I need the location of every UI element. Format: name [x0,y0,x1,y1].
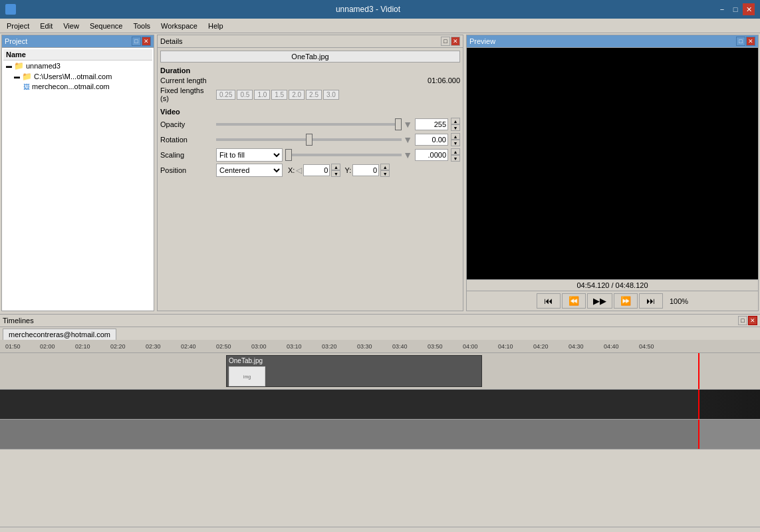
y-spin-down[interactable]: ▼ [380,170,390,177]
preview-panel-title: Preview [469,37,495,45]
ruler-mark-16: 04:30 [569,343,584,350]
details-panel-title: Details [160,37,183,45]
project-panel-header: Project □ ✕ [2,35,154,48]
fixed-len-10[interactable]: 1.0 [254,90,270,100]
x-label: X: [288,166,295,174]
scaling-value[interactable] [415,149,448,161]
rotation-spin-up[interactable]: ▲ [451,133,460,140]
fixed-len-30[interactable]: 3.0 [323,90,339,100]
rotation-label: Rotation [160,136,213,144]
menu-project[interactable]: Project [1,21,35,31]
opacity-value[interactable] [415,118,448,130]
timeline-tabs: merchecontreras@hotmail.com [0,327,760,340]
timelines-header: Timelines □ ✕ [0,315,760,327]
tree-item-root[interactable]: ▬ 📁 unnamed3 [3,61,152,71]
scaling-label: Scaling [160,151,213,159]
project-panel-close[interactable]: ✕ [142,37,151,46]
x-value[interactable] [303,164,330,176]
opacity-slider[interactable] [216,123,402,126]
tree-folder-label: C:\Users\M...otmail.com [34,72,112,80]
audio-track-2 [0,420,760,450]
details-panel-restore[interactable]: □ [441,37,450,46]
ruler-mark-2: 02:10 [75,343,90,350]
fixed-lengths-buttons: 0.25 0.5 1.0 1.5 2.0 2.5 3.0 [216,90,339,100]
playhead-audio2 [698,420,699,449]
menu-bar: Project Edit View Sequence Tools Workspa… [0,19,760,33]
playhead [698,353,699,389]
rotation-spin-down[interactable]: ▼ [451,140,460,146]
details-content: OneTab.jpg Duration Current length 01:06… [158,48,463,311]
current-length-value: 01:06.000 [428,76,460,84]
menu-sequence[interactable]: Sequence [84,21,128,31]
fixed-len-20[interactable]: 2.0 [289,90,305,100]
file-icon: 🖼 [23,83,30,90]
minimize-button[interactable]: − [716,3,728,15]
opacity-spin-up[interactable]: ▲ [451,118,460,124]
project-panel-restore[interactable]: □ [132,37,141,46]
menu-edit[interactable]: Edit [35,21,58,31]
position-label: Position [160,166,213,174]
rotation-thumb: ▼ [403,134,412,145]
clip-onetab[interactable]: OneTab.jpg img [226,355,482,387]
ruler-mark-6: 02:50 [216,343,231,350]
timelines-title: Timelines [3,317,34,325]
play-button[interactable]: ▶▶ [587,293,612,309]
x-spin-down[interactable]: ▼ [331,170,340,177]
preview-controls: ⏮ ⏪ ▶▶ ⏩ ⏭ 100% [467,291,758,311]
tree-item-folder[interactable]: ▬ 📁 C:\Users\M...otmail.com [3,71,152,82]
menu-view[interactable]: View [58,21,84,31]
scaling-spin-down[interactable]: ▼ [451,155,460,162]
details-panel-header: Details □ ✕ [158,35,463,48]
fixed-len-05[interactable]: 0.5 [237,90,253,100]
ruler-mark-12: 03:50 [428,343,443,350]
y-spin-up[interactable]: ▲ [380,164,390,170]
fixed-len-15[interactable]: 1.5 [271,90,287,100]
menu-help[interactable]: Help [203,21,229,31]
ruler-mark-9: 03:20 [322,343,337,350]
y-value[interactable] [352,164,379,176]
y-label: Y: [344,166,351,174]
tree-item-file[interactable]: 🖼 merchecon...otmail.com [3,82,152,91]
timeline-tab-main[interactable]: merchecontreras@hotmail.com [3,329,116,340]
duration-section: Duration [160,66,460,74]
ruler-mark-10: 03:30 [357,343,372,350]
position-dropdown[interactable]: Centered Custom [216,164,283,177]
skip-start-button[interactable]: ⏮ [537,293,561,309]
preview-panel-close[interactable]: ✕ [746,37,755,46]
x-spin-up[interactable]: ▲ [331,164,340,170]
next-frame-button[interactable]: ⏩ [614,293,638,309]
details-panel-close[interactable]: ✕ [451,37,460,46]
playhead-audio1 [698,390,699,419]
fixed-len-025[interactable]: 0.25 [216,90,235,100]
maximize-button[interactable]: □ [729,3,741,15]
scaling-thumb: ▼ [403,150,412,160]
expand-icon: ▬ [6,63,12,69]
position-row: Position Centered Custom X: ◁ ▲ ▼ Y: [160,164,460,177]
details-filename: OneTab.jpg [160,51,460,63]
audio-track-1 [0,390,760,420]
opacity-label: Opacity [160,120,213,128]
scaling-slider[interactable] [285,154,402,156]
tree-root-label: unnamed3 [26,62,61,70]
scaling-spin-up[interactable]: ▲ [451,148,460,155]
current-length-label: Current length [160,76,213,84]
prev-frame-button[interactable]: ⏪ [562,293,586,309]
close-button[interactable]: ✕ [743,3,755,15]
video-track: OneTab.jpg img [0,353,760,390]
timelines-close[interactable]: ✕ [748,316,757,325]
rotation-slider[interactable] [216,138,402,141]
opacity-spin-down[interactable]: ▼ [451,124,460,131]
preview-panel-restore[interactable]: □ [736,37,745,46]
folder-icon: 📁 [14,61,24,70]
rotation-value[interactable] [415,134,448,146]
menu-tools[interactable]: Tools [128,21,156,31]
preview-panel: Preview □ ✕ 04:54.120 / 04:48.120 ⏮ ⏪ ▶▶… [466,35,759,311]
menu-workspace[interactable]: Workspace [156,21,203,31]
video-section: Video [160,108,460,116]
skip-end-button[interactable]: ⏭ [639,293,663,309]
timelines-restore[interactable]: □ [738,316,747,325]
timelines-area: Timelines □ ✕ merchecontreras@hotmail.co… [0,314,760,532]
fixed-len-25[interactable]: 2.5 [306,90,322,100]
scaling-dropdown[interactable]: Fit to fill Fit to width Fit to height N… [216,148,283,162]
timeline-ruler: 01:50 02:00 02:10 02:20 02:30 02:40 02:5… [0,340,760,353]
